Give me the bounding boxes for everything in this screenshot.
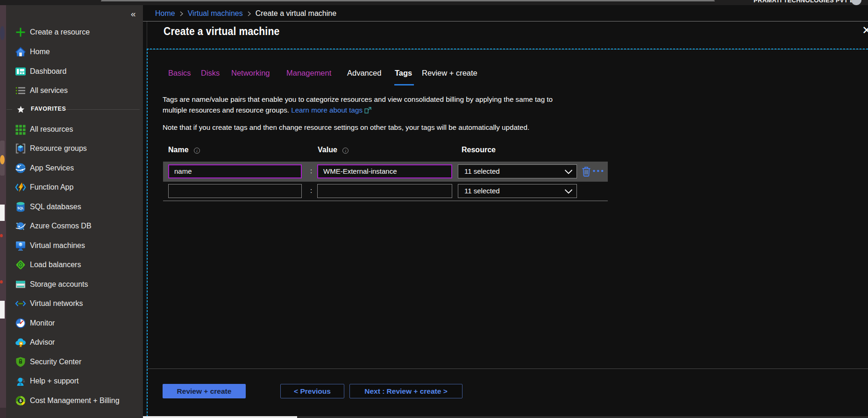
svg-text:$: $: [19, 398, 21, 403]
svg-text:SQL: SQL: [17, 206, 23, 210]
